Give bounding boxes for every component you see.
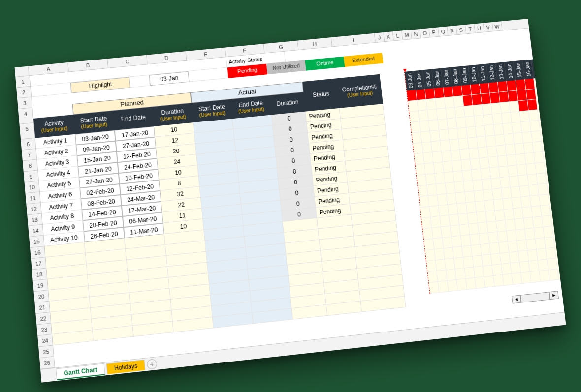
gantt-cell <box>426 174 436 185</box>
gantt-date: 16-Jan <box>522 59 534 79</box>
row-header[interactable]: 7 <box>22 149 36 161</box>
gantt-cell <box>448 280 458 292</box>
row-header[interactable]: 20 <box>34 290 49 302</box>
col-T[interactable]: T <box>465 24 476 33</box>
gantt-chart: ▼ 03-Jan04-Jan05-Jan06-Jan07-Jan08-Jan09… <box>404 59 560 294</box>
gantt-cell <box>420 121 430 132</box>
row-header[interactable]: 1 <box>15 76 30 88</box>
gantt-cell <box>525 78 535 90</box>
gantt-cell <box>424 239 434 250</box>
col-P[interactable]: P <box>429 27 439 37</box>
gantt-cell <box>432 227 442 239</box>
row-header[interactable]: 22 <box>35 312 51 325</box>
row-header[interactable]: 6 <box>21 138 35 150</box>
row-header[interactable]: 17 <box>31 257 46 270</box>
gantt-cell <box>438 281 449 293</box>
gantt-cell <box>417 174 427 186</box>
gantt-cell <box>418 185 428 197</box>
scroll-right-icon[interactable]: ► <box>549 291 559 300</box>
col-S[interactable]: S <box>456 25 467 34</box>
gantt-cell <box>534 151 544 163</box>
gantt-cell <box>412 132 422 143</box>
gantt-cell <box>416 164 426 176</box>
gantt-cell <box>533 141 543 152</box>
gantt-cell <box>431 216 441 228</box>
gantt-cell <box>433 238 444 249</box>
gantt-cell <box>428 195 439 207</box>
gantt-cell <box>543 226 553 238</box>
gantt-cell <box>419 110 429 121</box>
gantt-cell <box>411 121 421 133</box>
gantt-cell <box>537 173 547 184</box>
gantt-cell <box>541 205 551 216</box>
gantt-cell <box>437 270 447 282</box>
gantt-cell <box>425 88 435 99</box>
row-header[interactable]: 8 <box>23 159 37 172</box>
row-header[interactable]: 15 <box>29 235 44 247</box>
gantt-cell <box>408 100 419 112</box>
gantt-cell <box>429 120 439 131</box>
gantt-cell <box>436 183 447 195</box>
gantt-cell <box>439 205 449 216</box>
row-header[interactable]: 9 <box>24 170 38 182</box>
gantt-cell <box>545 237 555 248</box>
gantt-cell <box>436 259 446 271</box>
row-header[interactable]: 23 <box>36 323 52 336</box>
col-V[interactable]: V <box>484 22 494 31</box>
row-header[interactable]: 26 <box>39 357 55 369</box>
row-header[interactable]: 5 <box>19 123 34 140</box>
gantt-cell <box>428 271 438 283</box>
col-K[interactable]: K <box>384 31 394 41</box>
gantt-cell <box>538 183 548 195</box>
col-U[interactable]: U <box>474 23 484 32</box>
header-actual-duration: Duration <box>269 92 305 115</box>
gantt-cell <box>527 99 538 110</box>
row-header[interactable]: 24 <box>37 334 53 347</box>
row-header[interactable]: 4 <box>18 108 33 124</box>
row-header[interactable]: 14 <box>28 224 43 237</box>
row-header[interactable]: 3 <box>17 97 32 109</box>
row-header[interactable]: 12 <box>26 203 41 215</box>
add-sheet-icon[interactable]: + <box>147 358 158 369</box>
gantt-cell <box>542 215 552 227</box>
col-N[interactable]: N <box>411 29 421 38</box>
gantt-cell <box>407 90 417 101</box>
gantt-cell <box>429 206 440 217</box>
gantt-cell <box>427 184 437 196</box>
gantt-cell <box>424 163 435 175</box>
row-header[interactable]: 2 <box>16 86 31 98</box>
gantt-cell <box>419 196 429 208</box>
gantt-cell <box>421 131 431 142</box>
gantt-cell <box>539 194 549 206</box>
gantt-cell <box>426 260 437 272</box>
col-J[interactable]: J <box>375 32 385 42</box>
gantt-cell <box>442 237 452 248</box>
row-header[interactable]: 21 <box>34 301 50 313</box>
gantt-cell <box>547 258 557 270</box>
col-R[interactable]: R <box>447 25 457 35</box>
row-header[interactable]: 16 <box>30 246 45 259</box>
gantt-cell <box>435 173 445 184</box>
scroll-left-icon[interactable]: ◄ <box>512 295 521 303</box>
col-M[interactable]: M <box>402 30 412 39</box>
gantt-cell <box>409 111 420 122</box>
col-O[interactable]: O <box>420 28 430 38</box>
gantt-cell <box>429 282 439 294</box>
row-header[interactable]: 25 <box>38 345 54 358</box>
gantt-cell <box>526 89 537 100</box>
gantt-cell <box>530 120 540 131</box>
col-Q[interactable]: Q <box>438 26 449 36</box>
gantt-cell <box>423 152 434 163</box>
gantt-cell <box>416 89 426 100</box>
gantt-cell <box>422 142 432 153</box>
row-header[interactable]: 10 <box>25 181 39 193</box>
header-status: Status <box>302 78 339 111</box>
grid-area[interactable]: Activity Status Highlight 03-Jan Pending… <box>30 28 565 367</box>
row-header[interactable]: 18 <box>32 268 47 280</box>
col-W[interactable]: W <box>492 21 503 31</box>
gantt-cell <box>434 248 445 260</box>
col-L[interactable]: L <box>393 30 403 40</box>
row-header[interactable]: 11 <box>25 192 40 204</box>
row-header[interactable]: 13 <box>27 213 42 226</box>
row-header[interactable]: 19 <box>33 279 48 291</box>
